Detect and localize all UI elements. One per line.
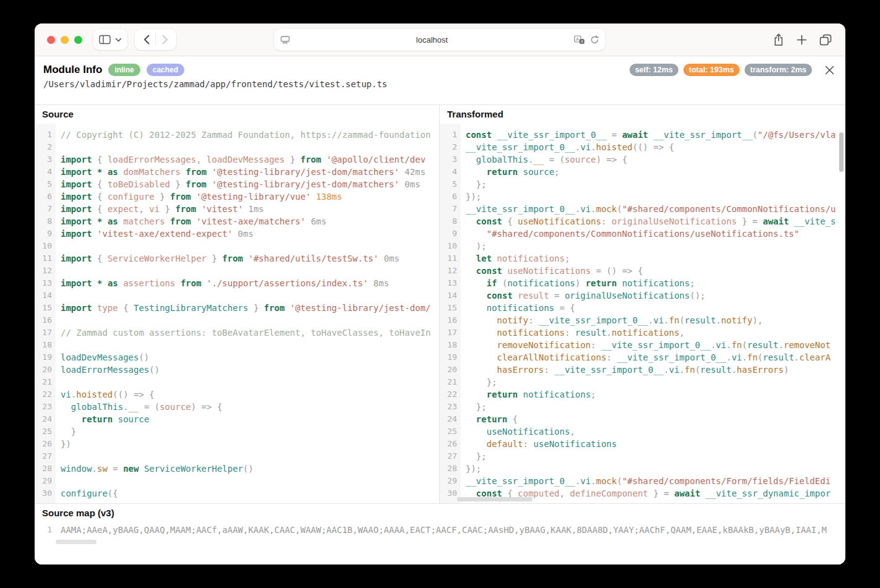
code-line: 27 }; xyxy=(440,450,845,462)
svg-text:A: A xyxy=(576,36,579,42)
sourcemap-section: Source map (v3) 1AAMA;AAeA,yBAAG,QAAQ,MA… xyxy=(35,503,845,565)
line-number: 3 xyxy=(35,153,56,166)
transformed-panel: Transformed 1const __vite_ssr_import_0__… xyxy=(440,105,845,503)
line-number: 23 xyxy=(440,401,461,413)
line-number: 15 xyxy=(440,302,461,314)
metric-total: total: 193ms xyxy=(683,64,740,76)
line-number: 8 xyxy=(440,215,461,228)
forward-button[interactable] xyxy=(156,30,174,49)
sidebar-icon xyxy=(99,35,111,45)
code-line: 1const __vite_ssr_import_0__ = await __v… xyxy=(440,129,845,141)
line-number: 20 xyxy=(35,364,56,376)
line-number: 9 xyxy=(440,228,461,240)
address-bar[interactable]: localhost A x xyxy=(274,28,605,51)
line-number: 25 xyxy=(440,425,461,438)
line-number: 9 xyxy=(35,228,56,240)
line-number: 28 xyxy=(35,462,56,475)
new-tab-icon[interactable] xyxy=(797,35,807,45)
zoom-window-button[interactable] xyxy=(74,36,82,44)
code-line: 5import { toBeDisabled } from '@testing-… xyxy=(35,178,439,190)
line-number: 17 xyxy=(440,326,461,339)
code-line: 6}); xyxy=(440,190,845,203)
page-appearance-icon[interactable] xyxy=(280,35,290,44)
code-line: 3 globalThis.__ = (source) => { xyxy=(440,153,845,166)
code-line: 26 default: useNotifications xyxy=(440,438,845,450)
line-number: 11 xyxy=(35,252,56,265)
code-line: 23 }; xyxy=(440,401,845,413)
line-number: 18 xyxy=(440,339,461,351)
close-panel-button[interactable] xyxy=(823,64,835,76)
page-title: Module Info xyxy=(43,64,102,76)
browser-window: localhost A x xyxy=(35,23,845,565)
line-number: 21 xyxy=(440,376,461,388)
code-line: 21 }; xyxy=(440,376,845,388)
code-line: 10 ); xyxy=(440,240,845,252)
line-number: 22 xyxy=(35,388,56,401)
line-number: 3 xyxy=(440,153,461,166)
code-line: 9import 'vitest-axe/extend-expect' 0ms xyxy=(35,228,439,240)
module-info-header: Module Info inline cached self: 12ms tot… xyxy=(35,56,845,104)
code-line: 22 return notifications; xyxy=(440,388,845,401)
code-line: 12 const useNotifications = () => { xyxy=(440,265,845,277)
vertical-scrollbar-thumb[interactable] xyxy=(839,132,844,172)
line-number: 13 xyxy=(35,277,56,289)
metric-self: self: 12ms xyxy=(630,64,678,76)
code-line: 19 clearAllNotifications: __vite_ssr_imp… xyxy=(440,351,845,364)
code-line: 12 xyxy=(35,265,439,277)
transformed-panel-title: Transformed xyxy=(440,105,845,124)
window-controls xyxy=(47,36,82,44)
line-number: 30 xyxy=(35,487,56,500)
line-number: 8 xyxy=(35,215,56,228)
badge-cached: cached xyxy=(147,64,184,76)
line-number: 29 xyxy=(440,475,461,487)
code-line: 9 "#shared/components/CommonNotification… xyxy=(440,228,845,240)
code-line: 1// Copyright (C) 2012-2025 Zammad Found… xyxy=(35,129,439,141)
tab-overview-icon[interactable] xyxy=(819,34,832,46)
code-line: 26}) xyxy=(35,438,439,450)
line-number: 14 xyxy=(35,289,56,302)
code-line: 28window.sw = new ServiceWorkerHelper() xyxy=(35,462,439,475)
reload-icon[interactable] xyxy=(590,35,599,45)
line-number: 2 xyxy=(35,141,56,153)
line-number: 13 xyxy=(440,277,461,289)
code-line: 14 const result = originalUseNotificatio… xyxy=(440,289,845,302)
line-number: 18 xyxy=(35,339,56,351)
line-number: 16 xyxy=(35,314,56,326)
horizontal-scrollbar-thumb[interactable] xyxy=(457,497,532,501)
code-line: 29 xyxy=(35,475,439,487)
line-number: 5 xyxy=(35,178,56,190)
back-button[interactable] xyxy=(137,30,155,49)
line-number: 6 xyxy=(440,190,461,203)
code-line: 20loadErrorMessages() xyxy=(35,364,439,376)
sourcemap-code: 1AAMA;AAeA,yBAAG,QAAQ,MAAM;AACf,aAAW,KAA… xyxy=(35,522,845,540)
line-number: 29 xyxy=(35,475,56,487)
code-line: 3import { loadErrorMessages, loadDevMess… xyxy=(35,153,439,166)
line-number: 23 xyxy=(35,401,56,413)
line-number: 5 xyxy=(440,178,461,190)
close-window-button[interactable] xyxy=(47,36,55,44)
translate-icon[interactable]: A x xyxy=(574,35,585,45)
module-file-path: /Users/vladimir/Projects/zammad/app/fron… xyxy=(43,79,835,89)
code-line: 15 notifications = { xyxy=(440,302,845,314)
code-line: 28}); xyxy=(440,462,845,475)
sidebar-toggle-button[interactable] xyxy=(93,29,127,50)
minimize-window-button[interactable] xyxy=(61,36,69,44)
code-line: 6import { configure } from '@testing-lib… xyxy=(35,190,439,203)
source-panel-title: Source xyxy=(35,105,439,124)
code-line: 11import { ServiceWorkerHelper } from '#… xyxy=(35,252,439,265)
line-number: 15 xyxy=(35,302,56,314)
line-number: 25 xyxy=(35,425,56,438)
browser-toolbar: localhost A x xyxy=(35,23,845,56)
line-number: 24 xyxy=(440,413,461,425)
code-line: 23 globalThis.__ = (source) => { xyxy=(35,401,439,413)
line-number: 1 xyxy=(440,129,461,141)
chevron-down-icon xyxy=(115,38,122,42)
sourcemap-scrollbar-thumb[interactable] xyxy=(56,540,96,544)
line-number: 7 xyxy=(440,203,461,215)
code-line: 13 if (notifications) return notificatio… xyxy=(440,277,845,289)
code-line: 8 const { useNotifications: originalUseN… xyxy=(440,215,845,228)
code-line: 29__vite_ssr_import_0__.vi.mock("#shared… xyxy=(440,475,845,487)
share-icon[interactable] xyxy=(773,33,784,46)
sourcemap-title: Source map (v3) xyxy=(35,504,845,522)
line-number: 14 xyxy=(440,289,461,302)
